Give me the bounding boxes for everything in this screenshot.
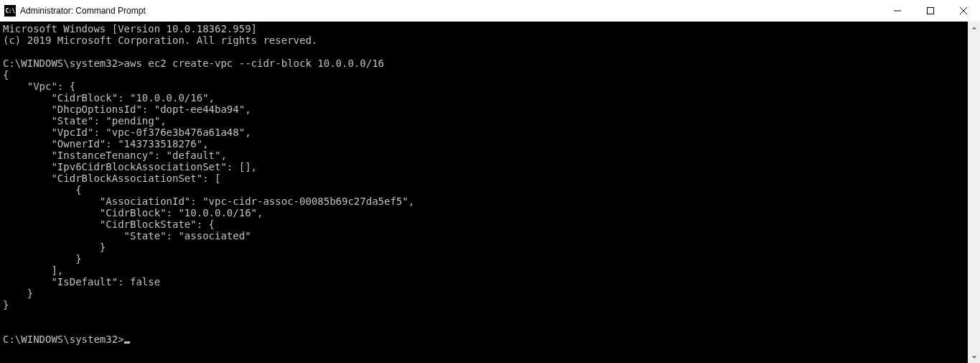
window-controls [881,0,980,22]
terminal-output[interactable]: Microsoft Windows [Version 10.0.18362.95… [0,22,968,363]
maximize-button[interactable] [914,0,947,22]
output-line: "CidrBlockAssociationSet": [ [3,173,220,184]
scroll-track[interactable] [968,34,980,351]
minimize-icon [894,7,901,14]
svg-rect-0 [928,8,934,14]
prompt-line: C:\WINDOWS\system32>aws ec2 create-vpc -… [3,58,384,69]
prompt-path: C:\WINDOWS\system32> [3,334,124,345]
titlebar[interactable]: C:\ Administrator: Command Prompt [0,0,980,22]
output-line: "Ipv6CidrBlockAssociationSet": [], [3,161,257,173]
vertical-scrollbar[interactable] [968,22,980,363]
window-title: Administrator: Command Prompt [20,6,146,16]
output-line: "IsDefault": false [3,276,160,288]
output-line: } [3,242,106,253]
output-line: "CidrBlockState": { [3,219,215,230]
output-line: ], [3,265,63,276]
output-line: { [3,69,9,81]
output-line: } [3,253,82,265]
output-line: "InstanceTenancy": "default", [3,150,227,161]
output-line: { [3,184,82,196]
scroll-down-button[interactable] [968,351,980,363]
prompt-path: C:\WINDOWS\system32> [3,58,124,69]
copyright-line: (c) 2019 Microsoft Corporation. All righ… [3,35,317,46]
cursor [124,341,130,344]
output-line: "State": "pending", [3,115,167,127]
minimize-button[interactable] [881,0,914,22]
output-line: "CidrBlock": "10.0.0.0/16", [3,207,263,219]
close-button[interactable] [947,0,980,22]
output-line: "CidrBlock": "10.0.0.0/16", [3,92,215,104]
output-line: "VpcId": "vpc-0f376e3b476a61a48", [3,127,251,138]
chevron-up-icon [971,25,977,31]
close-icon [960,7,967,14]
cmd-icon: C:\ [4,5,16,17]
chevron-down-icon [971,354,977,360]
client-area: Microsoft Windows [Version 10.0.18362.95… [0,22,980,363]
output-line: "State": "associated" [3,230,251,242]
scroll-up-button[interactable] [968,22,980,34]
output-line: "AssociationId": "vpc-cidr-assoc-00085b6… [3,196,414,207]
prompt-command: aws ec2 create-vpc --cidr-block 10.0.0.0… [124,58,384,69]
output-line: } [3,299,9,311]
version-line: Microsoft Windows [Version 10.0.18362.95… [3,23,257,35]
output-line: "Vpc": { [3,81,75,92]
prompt-line: C:\WINDOWS\system32> [3,334,130,345]
maximize-icon [927,7,934,14]
output-line: } [3,288,33,299]
output-line: "DhcpOptionsId": "dopt-ee44ba94", [3,104,251,115]
output-line: "OwnerId": "143733518276", [3,138,209,150]
window-root: C:\ Administrator: Command Prompt Micros… [0,0,980,363]
